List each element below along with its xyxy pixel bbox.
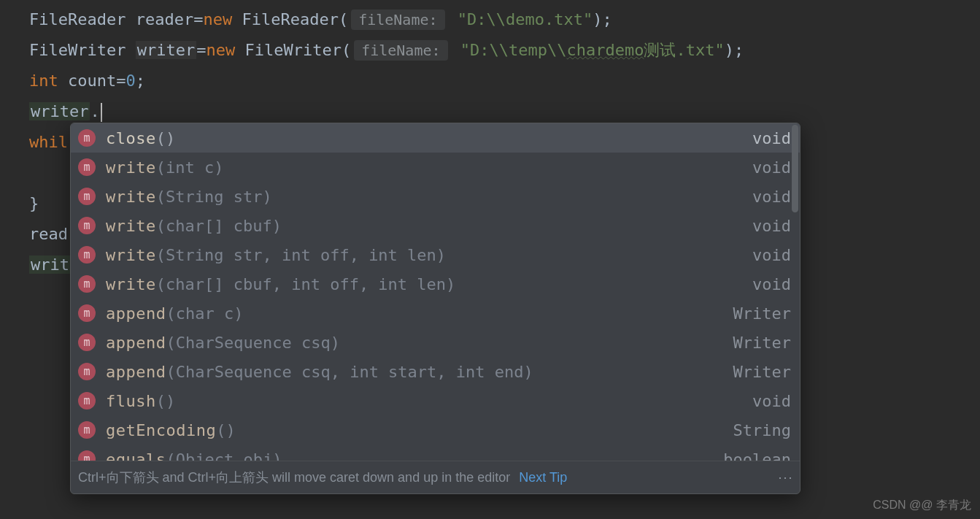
- return-type: void: [752, 246, 791, 264]
- class-token: FileReader: [242, 10, 338, 28]
- text-caret: [101, 103, 102, 122]
- completion-item[interactable]: mwrite(char[] cbuf)void: [71, 211, 800, 240]
- keyword-while: whil: [29, 133, 68, 151]
- method-icon: m: [78, 363, 96, 380]
- method-name: write: [106, 158, 156, 177]
- method-name: append: [106, 363, 166, 381]
- watermark-text: CSDN @@ 李青龙: [873, 498, 971, 513]
- method-params: (): [216, 421, 236, 439]
- return-type: Writer: [733, 304, 791, 323]
- return-type: void: [752, 158, 791, 177]
- var-token: writer: [29, 102, 90, 120]
- completion-item[interactable]: mwrite(int c)void: [71, 153, 800, 182]
- var-token: count: [68, 72, 116, 90]
- type-token: FileWriter: [29, 41, 126, 59]
- var-token: reader: [136, 10, 193, 28]
- completion-item[interactable]: mappend(CharSequence csq)Writer: [71, 328, 800, 357]
- completion-item[interactable]: mgetEncoding()String: [71, 415, 800, 445]
- method-name: write: [106, 275, 156, 293]
- return-type: void: [752, 275, 791, 293]
- code-line[interactable]: int count=0;: [29, 66, 980, 96]
- method-icon: m: [78, 188, 96, 205]
- method-icon: m: [78, 129, 96, 147]
- next-tip-link[interactable]: Next Tip: [519, 470, 567, 485]
- return-type: void: [752, 217, 791, 235]
- code-fragment: writ: [29, 255, 71, 274]
- method-name: close: [106, 129, 156, 147]
- method-params: (CharSequence csq): [166, 334, 339, 352]
- scrollbar-thumb[interactable]: [792, 125, 798, 212]
- method-name: flush: [106, 392, 156, 410]
- method-params: (String str, int off, int len): [156, 246, 446, 264]
- completion-item[interactable]: mwrite(char[] cbuf, int off, int len)voi…: [71, 269, 800, 299]
- method-name: write: [106, 246, 156, 264]
- return-type: void: [752, 188, 791, 206]
- method-params: (char[] cbuf, int off, int len): [156, 275, 456, 293]
- code-line[interactable]: FileReader reader=new FileReader(fileNam…: [29, 4, 980, 35]
- string-literal: "D:\\temp\\chardemo测试.txt": [460, 41, 725, 59]
- method-icon: m: [78, 304, 96, 322]
- brace-token: }: [29, 194, 39, 212]
- method-icon: m: [78, 334, 96, 351]
- method-name: append: [106, 304, 166, 323]
- class-token: FileWriter: [244, 41, 341, 59]
- completion-item[interactable]: mwrite(String str)void: [71, 182, 800, 211]
- var-token: writer: [136, 41, 196, 59]
- completion-item[interactable]: mwrite(String str, int off, int len)void: [71, 240, 800, 269]
- code-line[interactable]: FileWriter writer=new FileWriter(fileNam…: [29, 35, 980, 66]
- keyword-int: int: [29, 72, 58, 90]
- method-icon: m: [78, 421, 96, 439]
- tip-text: Ctrl+向下箭头 and Ctrl+向上箭头 will move caret …: [78, 469, 510, 486]
- method-params: (char[] cbuf): [156, 217, 282, 235]
- number-literal: 0: [126, 72, 135, 90]
- completion-item[interactable]: mappend(char c)Writer: [71, 299, 800, 328]
- return-type: String: [733, 421, 791, 439]
- method-params: (): [156, 392, 176, 410]
- method-name: write: [106, 217, 156, 235]
- completion-item[interactable]: mequals(Object obj)boolean: [71, 445, 800, 461]
- method-name: write: [106, 188, 156, 206]
- completion-item[interactable]: mflush()void: [71, 386, 800, 415]
- method-params: (CharSequence csq, int start, int end): [166, 363, 533, 381]
- method-name: append: [106, 334, 166, 352]
- string-literal: "D:\\demo.txt": [458, 10, 593, 28]
- keyword-new: new: [203, 10, 232, 28]
- method-params: (): [156, 129, 176, 147]
- popup-footer: Ctrl+向下箭头 and Ctrl+向上箭头 will move caret …: [71, 461, 800, 493]
- method-icon: m: [78, 246, 96, 264]
- code-fragment: read: [29, 225, 68, 243]
- return-type: Writer: [733, 334, 791, 352]
- method-icon: m: [78, 392, 96, 410]
- more-options-icon[interactable]: ⋮: [777, 471, 795, 484]
- completion-list[interactable]: mclose()voidmwrite(int c)voidmwrite(Stri…: [71, 123, 800, 461]
- method-name: equals: [106, 450, 166, 461]
- return-type: Writer: [733, 363, 791, 381]
- method-icon: m: [78, 450, 96, 461]
- method-params: (int c): [156, 158, 224, 177]
- code-completion-popup[interactable]: mclose()voidmwrite(int c)voidmwrite(Stri…: [70, 123, 800, 494]
- completion-item[interactable]: mclose()void: [71, 123, 800, 153]
- param-hint: fileName:: [354, 40, 447, 61]
- return-type: void: [752, 129, 791, 147]
- method-params: (String str): [156, 188, 272, 206]
- return-type: boolean: [723, 450, 791, 461]
- method-icon: m: [78, 217, 96, 234]
- method-params: (char c): [166, 304, 243, 323]
- return-type: void: [752, 392, 791, 410]
- method-icon: m: [78, 275, 96, 293]
- type-token: FileReader: [29, 10, 126, 28]
- keyword-new: new: [206, 41, 235, 59]
- completion-item[interactable]: mappend(CharSequence csq, int start, int…: [71, 357, 800, 386]
- method-params: (Object obj): [166, 450, 282, 461]
- method-icon: m: [78, 158, 96, 176]
- param-hint: fileName:: [351, 9, 444, 30]
- method-name: getEncoding: [106, 421, 216, 439]
